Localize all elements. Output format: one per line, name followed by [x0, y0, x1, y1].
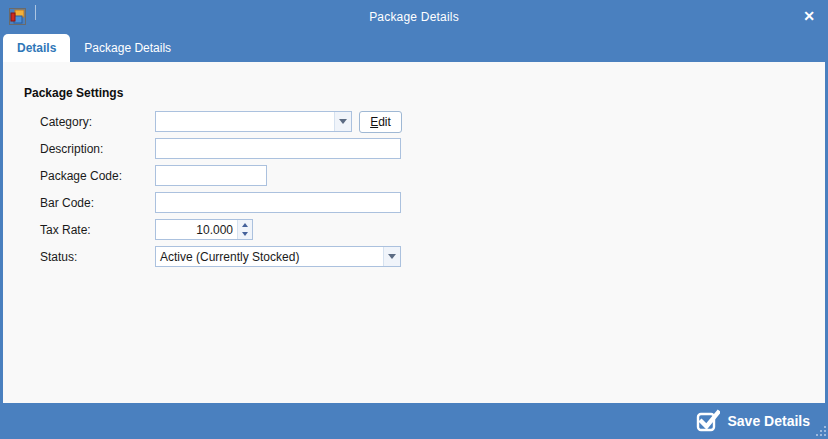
category-combobox[interactable] [155, 111, 352, 132]
save-details-label: Save Details [728, 413, 811, 429]
window-title: Package Details [0, 10, 828, 24]
chevron-down-icon[interactable] [383, 247, 400, 266]
tax-rate-label: Tax Rate: [40, 223, 155, 237]
description-label: Description: [40, 142, 155, 156]
spinner-buttons [237, 220, 252, 239]
spin-up-icon[interactable] [238, 220, 252, 230]
status-combobox[interactable]: Active (Currently Stocked) [155, 246, 401, 267]
spin-down-icon[interactable] [238, 230, 252, 240]
tax-rate-stepper[interactable] [155, 219, 253, 240]
bar-code-input[interactable] [155, 192, 401, 213]
category-label: Category: [40, 115, 155, 129]
save-details-button[interactable]: Save Details [696, 409, 811, 433]
package-code-label: Package Code: [40, 169, 155, 183]
chevron-down-icon[interactable] [334, 112, 351, 131]
bar-code-row: Bar Code: [40, 192, 825, 213]
title-bar: Package Details ✕ [0, 0, 828, 34]
resize-grip[interactable] [815, 426, 826, 437]
checkbox-check-icon [696, 409, 720, 433]
status-value: Active (Currently Stocked) [156, 247, 383, 266]
details-panel: Package Settings Category: Edit Descript… [3, 62, 825, 403]
footer-bar: Save Details [0, 403, 828, 439]
close-icon[interactable]: ✕ [798, 5, 820, 27]
status-row: Status: Active (Currently Stocked) [40, 246, 825, 267]
edit-button[interactable]: Edit [359, 111, 402, 133]
tab-package-details[interactable]: Package Details [70, 34, 185, 62]
package-code-input[interactable] [155, 165, 267, 186]
description-input[interactable] [155, 138, 401, 159]
package-code-row: Package Code: [40, 165, 825, 186]
bar-code-label: Bar Code: [40, 196, 155, 210]
tax-rate-row: Tax Rate: [40, 219, 825, 240]
category-row: Category: Edit [40, 111, 825, 132]
tax-rate-input[interactable] [156, 220, 237, 239]
tab-strip: Details Package Details [3, 34, 185, 62]
category-value [156, 112, 334, 131]
status-label: Status: [40, 250, 155, 264]
section-title: Package Settings [24, 86, 825, 100]
description-row: Description: [40, 138, 825, 159]
package-details-dialog: Package Details ✕ Details Package Detail… [0, 0, 828, 439]
tab-details[interactable]: Details [3, 34, 70, 62]
